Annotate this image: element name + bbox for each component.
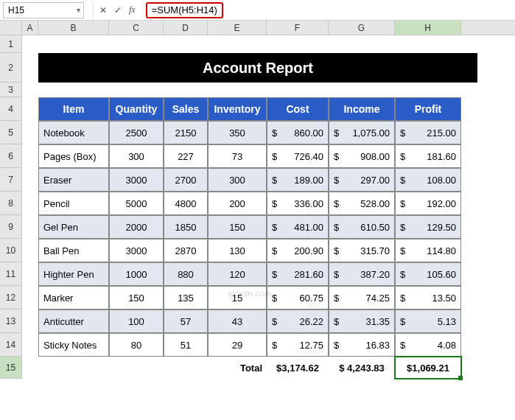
col-header-h[interactable]: H [395, 21, 461, 35]
cell-cost[interactable]: $726.40 [267, 144, 329, 168]
row-header[interactable]: 8 [0, 192, 22, 215]
cell-sales[interactable]: 880 [164, 262, 208, 286]
row-header[interactable]: 10 [0, 239, 22, 262]
cell-cost[interactable]: $189.00 [267, 168, 329, 192]
cell-item[interactable]: Marker [38, 286, 109, 309]
cell-income[interactable]: $315.70 [329, 239, 395, 262]
cell-item[interactable]: Sticky Notes [38, 333, 109, 357]
cell-sales[interactable]: 2870 [164, 239, 208, 262]
cell-sales[interactable]: 57 [164, 309, 208, 333]
cell-income[interactable]: $528.00 [329, 192, 395, 215]
cell-item[interactable]: Gel Pen [38, 215, 109, 239]
cell-inventory[interactable]: 150 [208, 215, 267, 239]
fill-handle[interactable] [458, 376, 463, 380]
cell-profit[interactable]: $105.60 [395, 262, 461, 286]
cell-cost[interactable]: $60.75 [267, 286, 329, 309]
cell-income[interactable]: $610.50 [329, 215, 395, 239]
cell-inventory[interactable]: 130 [208, 239, 267, 262]
cell-cost[interactable]: $26.22 [267, 309, 329, 333]
cell-item[interactable]: Ball Pen [38, 239, 109, 262]
cell-sales[interactable]: 227 [164, 144, 208, 168]
name-box[interactable]: H15 ▾ [3, 2, 84, 18]
cell-profit[interactable]: $4.08 [395, 333, 461, 357]
cancel-icon[interactable]: ✕ [99, 5, 107, 15]
col-header-a[interactable]: A [22, 21, 38, 35]
row-header[interactable]: 5 [0, 121, 22, 144]
row-header[interactable]: 7 [0, 168, 22, 192]
cell-item[interactable]: Notebook [38, 121, 109, 144]
cell-cost[interactable]: $860.00 [267, 121, 329, 144]
cell-quantity[interactable]: 300 [109, 144, 164, 168]
cell-sales[interactable]: 135 [164, 286, 208, 309]
cell-sales[interactable]: 51 [164, 333, 208, 357]
cell-sales[interactable]: 2150 [164, 121, 208, 144]
accept-icon[interactable]: ✓ [114, 5, 122, 15]
cell-quantity[interactable]: 100 [109, 309, 164, 333]
cell-profit[interactable]: $13.50 [395, 286, 461, 309]
cell-income[interactable]: $74.25 [329, 286, 395, 309]
cell-inventory[interactable]: 29 [208, 333, 267, 357]
cell-cost[interactable]: $200.90 [267, 239, 329, 262]
cell-item[interactable]: Eraser [38, 168, 109, 192]
cell-income[interactable]: $297.00 [329, 168, 395, 192]
cell-profit[interactable]: $192.00 [395, 192, 461, 215]
row-header[interactable]: 4 [0, 97, 22, 121]
cell-quantity[interactable]: 5000 [109, 192, 164, 215]
row-header[interactable]: 2 [0, 53, 22, 83]
cell-income[interactable]: $31.35 [329, 309, 395, 333]
cell-sales[interactable]: 2700 [164, 168, 208, 192]
cell-cost[interactable]: $481.00 [267, 215, 329, 239]
cell-cost[interactable]: $281.60 [267, 262, 329, 286]
cell-quantity[interactable]: 2000 [109, 215, 164, 239]
col-header-c[interactable]: C [109, 21, 164, 35]
cell-profit[interactable]: $129.50 [395, 215, 461, 239]
row-header[interactable]: 1 [0, 35, 22, 53]
cell-profit[interactable]: $5.13 [395, 309, 461, 333]
cell-inventory[interactable]: 15 [208, 286, 267, 309]
cell-quantity[interactable]: 3000 [109, 239, 164, 262]
cell-item[interactable]: Pencil [38, 192, 109, 215]
cell-inventory[interactable]: 300 [208, 168, 267, 192]
cell-quantity[interactable]: 80 [109, 333, 164, 357]
fx-icon[interactable]: fx [129, 4, 136, 15]
cell-item[interactable]: Anticutter [38, 309, 109, 333]
col-header-b[interactable]: B [38, 21, 109, 35]
cell-inventory[interactable]: 350 [208, 121, 267, 144]
col-header-d[interactable]: D [164, 21, 208, 35]
cell-profit[interactable]: $215.00 [395, 121, 461, 144]
col-header-f[interactable]: F [267, 21, 329, 35]
cell-income[interactable]: $16.83 [329, 333, 395, 357]
cell-income[interactable]: $387.20 [329, 262, 395, 286]
cell-quantity[interactable]: 150 [109, 286, 164, 309]
cell-inventory[interactable]: 43 [208, 309, 267, 333]
cell-sales[interactable]: 1850 [164, 215, 208, 239]
total-profit[interactable]: $1,069.21 [395, 357, 461, 379]
cell-profit[interactable]: $108.00 [395, 168, 461, 192]
cell-inventory[interactable]: 73 [208, 144, 267, 168]
chevron-down-icon[interactable]: ▾ [77, 6, 80, 14]
cell-profit[interactable]: $114.80 [395, 239, 461, 262]
row-header[interactable]: 12 [0, 286, 22, 309]
select-all-corner[interactable] [0, 21, 22, 35]
worksheet[interactable]: Account Report Item Quantity Sales Inven… [22, 35, 477, 379]
row-header[interactable]: 15 [0, 357, 22, 379]
cell-inventory[interactable]: 120 [208, 262, 267, 286]
cell-cost[interactable]: $12.75 [267, 333, 329, 357]
cell-item[interactable]: Highter Pen [38, 262, 109, 286]
cell-income[interactable]: $908.00 [329, 144, 395, 168]
formula-input[interactable]: =SUM(H5:H14) [146, 2, 223, 18]
cell-profit[interactable]: $181.60 [395, 144, 461, 168]
cell-item[interactable]: Pages (Box) [38, 144, 109, 168]
cell-cost[interactable]: $336.00 [267, 192, 329, 215]
cell-quantity[interactable]: 3000 [109, 168, 164, 192]
row-header[interactable]: 13 [0, 309, 22, 333]
cell-quantity[interactable]: 2500 [109, 121, 164, 144]
row-header[interactable]: 3 [0, 83, 22, 97]
cell-income[interactable]: $1,075.00 [329, 121, 395, 144]
row-header[interactable]: 14 [0, 333, 22, 357]
row-header[interactable]: 9 [0, 215, 22, 239]
cell-inventory[interactable]: 200 [208, 192, 267, 215]
row-header[interactable]: 6 [0, 144, 22, 168]
cell-quantity[interactable]: 1000 [109, 262, 164, 286]
cell-sales[interactable]: 4800 [164, 192, 208, 215]
